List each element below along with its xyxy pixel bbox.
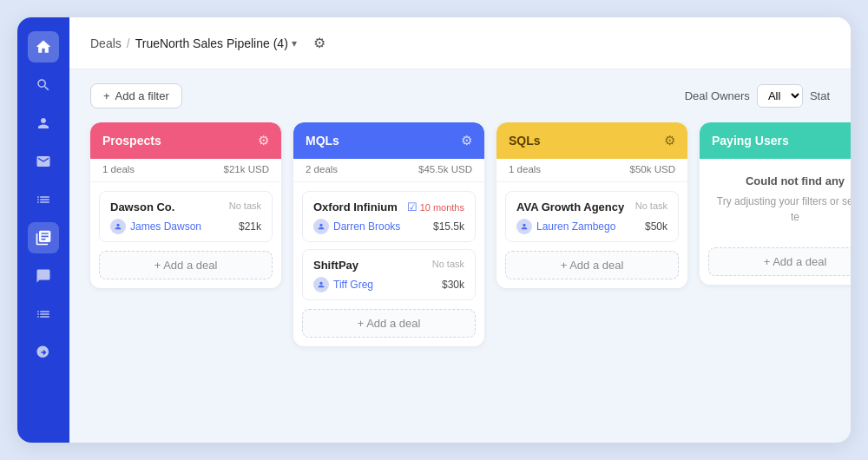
column-paying: Paying Users ⚙ Could not find any Try ad… [700, 122, 851, 285]
sidebar-icon-analytics[interactable] [28, 337, 59, 368]
deal-amount: $30k [442, 279, 464, 291]
header: Deals / TrueNorth Sales Pipeline (4) ▾ ⚙ [69, 17, 851, 69]
col-title-prospects: Prospects [102, 134, 161, 148]
col-header-mqls: MQLs ⚙ [293, 122, 484, 159]
kanban-board: Prospects ⚙ 1 deals $21k USD Dawson Co. … [69, 122, 851, 443]
sidebar-icon-home[interactable] [28, 31, 59, 62]
sidebar-icon-chat[interactable] [28, 260, 59, 292]
deal-amount: $15.5k [433, 220, 464, 233]
main-content: Deals / TrueNorth Sales Pipeline (4) ▾ ⚙… [69, 17, 851, 443]
col-deals-count-sqls: 1 deals [509, 164, 541, 174]
sidebar-icon-tasks[interactable] [28, 299, 59, 330]
person-name-label: James Dawson [130, 220, 201, 233]
sidebar-icon-deals[interactable] [28, 222, 59, 253]
column-mqls: MQLs ⚙ 2 deals $45.5k USD Oxford Infiniu… [293, 122, 484, 346]
col-title-paying: Paying Users [712, 134, 789, 148]
col-body-sqls: AVA Growth Agency No task Lauren Zambego… [496, 182, 687, 242]
deal-amount: $21k [239, 220, 261, 233]
deal-card-header: ShiftPay No task [313, 259, 464, 272]
empty-state-paying: Could not find any Try adjusting your fi… [700, 159, 851, 239]
app-container: Deals / TrueNorth Sales Pipeline (4) ▾ ⚙… [17, 17, 851, 443]
sidebar [17, 17, 69, 443]
deal-person-name[interactable]: Tiff Greg [313, 277, 373, 292]
column-sqls: SQLs ⚙ 1 deals $50k USD AVA Growth Agenc… [496, 122, 687, 288]
deal-person: Darren Brooks $15.5k [313, 219, 464, 234]
avatar [516, 219, 532, 234]
col-gear-sqls[interactable]: ⚙ [664, 133, 675, 148]
col-stats-mqls: 2 deals $45.5k USD [293, 159, 484, 182]
col-total-prospects: $21k USD [224, 164, 269, 174]
deal-card-header: AVA Growth Agency No task [516, 200, 667, 214]
toolbar-right: Deal Owners All Stat [685, 84, 830, 108]
plus-icon: + [103, 89, 110, 102]
avatar [313, 219, 329, 234]
person-name-label: Darren Brooks [333, 220, 400, 233]
deal-task: No task [635, 200, 667, 211]
person-name-label: Lauren Zambego [536, 220, 615, 233]
avatar [110, 219, 126, 234]
deal-owners-label: Deal Owners [685, 89, 750, 102]
filter-label: Add a filter [115, 89, 169, 102]
deal-task: No task [432, 259, 464, 269]
deal-card: Oxford Infinium ☑10 months Darren Brooks… [302, 191, 476, 242]
toolbar: + Add a filter Deal Owners All Stat [69, 69, 851, 122]
breadcrumb-root[interactable]: Deals [90, 36, 122, 50]
add-deal-button-paying[interactable]: + Add a deal [708, 247, 851, 276]
col-header-sqls: SQLs ⚙ [496, 122, 687, 159]
person-name-label: Tiff Greg [333, 279, 373, 291]
status-label: Stat [810, 89, 830, 102]
deal-card-header: Oxford Infinium ☑10 months [313, 200, 464, 214]
sidebar-icon-mail[interactable] [28, 146, 59, 177]
deal-person-name[interactable]: Lauren Zambego [516, 219, 615, 234]
empty-body: Try adjusting your filters or search te [712, 194, 851, 225]
col-title-mqls: MQLs [306, 134, 339, 148]
deal-task-overdue: ☑10 months [407, 200, 464, 214]
deal-card: AVA Growth Agency No task Lauren Zambego… [505, 191, 679, 242]
deal-name: Oxford Infinium [313, 200, 398, 214]
breadcrumb-separator: / [127, 36, 130, 50]
settings-button[interactable]: ⚙ [307, 31, 332, 56]
deal-person: Tiff Greg $30k [313, 277, 464, 292]
col-body-prospects: Dawson Co. No task James Dawson $21k [90, 182, 281, 242]
check-icon: ☑ [407, 200, 418, 214]
sidebar-icon-contacts[interactable] [28, 108, 59, 139]
col-total-mqls: $45.5k USD [418, 164, 472, 174]
col-stats-sqls: 1 deals $50k USD [496, 159, 687, 182]
deal-name: ShiftPay [313, 259, 358, 272]
col-stats-prospects: 1 deals $21k USD [90, 159, 281, 182]
deal-card: ShiftPay No task Tiff Greg $30k [302, 249, 476, 300]
add-filter-button[interactable]: + Add a filter [90, 83, 182, 108]
chevron-down-icon[interactable]: ▾ [292, 37, 297, 49]
deal-card: Dawson Co. No task James Dawson $21k [99, 191, 273, 242]
deal-name: Dawson Co. [110, 200, 174, 214]
sidebar-icon-reports[interactable] [28, 184, 59, 215]
col-gear-prospects[interactable]: ⚙ [258, 133, 269, 148]
column-prospects: Prospects ⚙ 1 deals $21k USD Dawson Co. … [90, 122, 281, 288]
avatar [313, 277, 329, 292]
deal-task: No task [229, 200, 261, 211]
add-deal-button-mqls[interactable]: + Add a deal [302, 309, 476, 338]
col-gear-mqls[interactable]: ⚙ [461, 133, 472, 148]
col-header-prospects: Prospects ⚙ [90, 122, 281, 159]
add-deal-button-prospects[interactable]: + Add a deal [99, 251, 273, 279]
add-deal-button-sqls[interactable]: + Add a deal [505, 251, 679, 279]
empty-title: Could not find any [712, 173, 851, 190]
breadcrumb: Deals / TrueNorth Sales Pipeline (4) ▾ [90, 36, 297, 50]
deal-person-name[interactable]: James Dawson [110, 219, 201, 234]
col-total-sqls: $50k USD [630, 164, 675, 174]
deal-person: Lauren Zambego $50k [516, 219, 667, 234]
breadcrumb-current-label: TrueNorth Sales Pipeline (4) [135, 36, 288, 50]
col-body-mqls: Oxford Infinium ☑10 months Darren Brooks… [293, 182, 484, 300]
col-deals-count-prospects: 1 deals [102, 164, 135, 174]
col-deals-count-mqls: 2 deals [306, 164, 338, 174]
deal-name: AVA Growth Agency [516, 200, 624, 214]
sidebar-icon-search[interactable] [28, 69, 59, 101]
col-title-sqls: SQLs [509, 134, 541, 148]
deal-person: James Dawson $21k [110, 219, 261, 234]
col-header-paying: Paying Users ⚙ [700, 122, 851, 159]
deal-amount: $50k [645, 220, 667, 233]
breadcrumb-current: TrueNorth Sales Pipeline (4) ▾ [135, 36, 297, 50]
deal-card-header: Dawson Co. No task [110, 200, 261, 214]
deal-person-name[interactable]: Darren Brooks [313, 219, 400, 234]
deal-owners-select[interactable]: All [757, 84, 803, 108]
